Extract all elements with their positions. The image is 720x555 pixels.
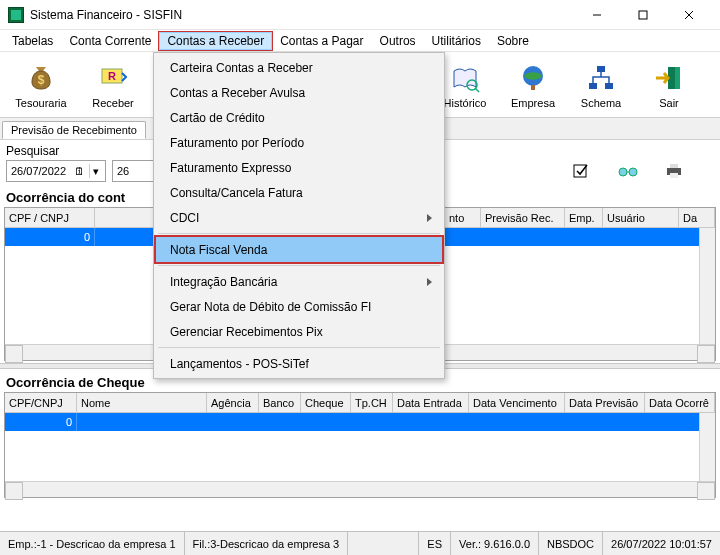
window-title: Sistema Financeiro - SISFIN [30,8,574,22]
menu-bar: Tabelas Conta Corrente Contas a Receber … [0,30,720,52]
printer-icon[interactable] [664,162,684,180]
date-from-input[interactable]: 26/07/2022 🗓 ▾ [6,160,106,182]
svg-rect-21 [670,164,678,168]
date-from-value: 26/07/2022 [11,165,66,177]
col2-data-entrada[interactable]: Data Entrada [393,393,469,413]
title-bar: Sistema Financeiro - SISFIN [0,0,720,30]
toolbar-label: Sair [659,97,679,109]
toolbar-receber[interactable]: R Receber [78,61,148,109]
minimize-button[interactable] [574,0,620,30]
app-icon [8,7,24,23]
close-button[interactable] [666,0,712,30]
svg-rect-13 [605,83,613,89]
menu-sobre[interactable]: Sobre [489,32,537,50]
menu-item-lancamentos-pos[interactable]: Lançamentos - POS-SiTef [156,351,442,376]
exit-icon [652,61,686,95]
col-da[interactable]: Da [679,208,715,228]
calendar-icon: 🗓 [74,165,85,177]
menu-item-consulta-cancela[interactable]: Consulta/Cancela Fatura [156,180,442,205]
status-bar: Emp.:-1 - Descricao da empresa 1 Fil.:3-… [0,531,720,555]
money-bag-icon: $ [24,61,58,95]
toolbar-tesouraria[interactable]: $ Tesouraria [6,61,76,109]
chevron-down-icon[interactable]: ▾ [89,164,101,178]
status-es: ES [419,532,451,555]
menu-separator [158,233,440,234]
menu-item-avulsa[interactable]: Contas a Receber Avulsa [156,80,442,105]
menu-conta-corrente[interactable]: Conta Corrente [61,32,159,50]
status-timestamp: 26/07/2022 10:01:57 [603,532,720,555]
menu-utilitarios[interactable]: Utilitários [424,32,489,50]
toolbar-empresa[interactable]: Empresa [500,61,566,109]
status-fil: Fil.:3-Descricao da empresa 3 [185,532,349,555]
maximize-button[interactable] [620,0,666,30]
svg-rect-1 [639,11,647,19]
toolbar-schema[interactable]: Schema [568,61,634,109]
menu-item-faturamento-expresso[interactable]: Faturamento Expresso [156,155,442,180]
col2-tpch[interactable]: Tp.CH [351,393,393,413]
col2-cheque[interactable]: Cheque [301,393,351,413]
toolbar-label: Tesouraria [15,97,66,109]
col-emp[interactable]: Emp. [565,208,603,228]
svg-rect-10 [531,85,535,90]
date-to-value: 26 [117,165,129,177]
toolbar-label: Schema [581,97,621,109]
menu-item-integracao-bancaria[interactable]: Integração Bancária [156,269,442,294]
menu-contas-a-receber[interactable]: Contas a Receber [159,32,272,50]
svg-rect-12 [589,83,597,89]
date-to-input[interactable]: 26 [112,160,158,182]
menu-item-carteira[interactable]: Carteira Contas a Receber [156,55,442,80]
svg-text:$: $ [38,73,45,87]
menu-item-nota-fiscal-venda[interactable]: Nota Fiscal Venda [155,236,443,263]
table-row[interactable]: 0 [5,413,715,431]
cell-cpf: 0 [5,228,95,246]
scrollbar-horizontal[interactable] [5,481,715,497]
col-cpf-cnpj[interactable]: CPF / CNPJ [5,208,95,228]
menu-item-faturamento-periodo[interactable]: Faturamento por Período [156,130,442,155]
toolbar-label: Empresa [511,97,555,109]
scrollbar-vertical[interactable] [699,228,715,344]
col2-data-prev[interactable]: Data Previsão [565,393,645,413]
status-emp: Emp.:-1 - Descricao da empresa 1 [0,532,185,555]
col-usuario[interactable]: Usuário [603,208,679,228]
svg-rect-16 [574,165,586,177]
toolbar-label: Histórico [444,97,487,109]
check-icon[interactable] [572,162,592,180]
tab-previsao-recebimento[interactable]: Previsão de Recebimento [2,121,146,139]
menu-item-cdci[interactable]: CDCI [156,205,442,230]
menu-dropdown-contas-a-receber: Carteira Contas a Receber Contas a Receb… [153,52,445,379]
grid-ocorrencia-cheque: CPF/CNPJ Nome Agência Banco Cheque Tp.CH… [4,392,716,498]
col2-banco[interactable]: Banco [259,393,301,413]
col2-cpf[interactable]: CPF/CNPJ [5,393,77,413]
svg-text:R: R [108,70,116,82]
toolbar-sair[interactable]: Sair [636,61,702,109]
hierarchy-icon [584,61,618,95]
toolbar-label: Receber [92,97,134,109]
svg-line-8 [475,88,479,92]
menu-separator [158,265,440,266]
col2-nome[interactable]: Nome [77,393,207,413]
menu-tabelas[interactable]: Tabelas [4,32,61,50]
cell2-cpf: 0 [5,413,77,431]
col2-data-ocor[interactable]: Data Ocorrê [645,393,715,413]
glasses-icon[interactable] [618,162,638,180]
col-nto[interactable]: nto [445,208,481,228]
menu-contas-a-pagar[interactable]: Contas a Pagar [272,32,371,50]
grid2-header: CPF/CNPJ Nome Agência Banco Cheque Tp.CH… [5,393,715,413]
svg-point-18 [629,168,637,176]
status-ver: Ver.: 9.616.0.0 [451,532,539,555]
col-previsao-rec[interactable]: Previsão Rec. [481,208,565,228]
grid2-body[interactable]: 0 [5,413,715,481]
menu-item-gerenciar-pix[interactable]: Gerenciar Recebimentos Pix [156,319,442,344]
globe-icon [516,61,550,95]
svg-rect-22 [670,173,678,178]
menu-item-gerar-nota-debito[interactable]: Gerar Nota de Débito de Comissão FI [156,294,442,319]
menu-separator [158,347,440,348]
menu-outros[interactable]: Outros [372,32,424,50]
col2-agencia[interactable]: Agência [207,393,259,413]
col2-data-venc[interactable]: Data Vencimento [469,393,565,413]
receive-icon: R [96,61,130,95]
menu-item-cartao-credito[interactable]: Cartão de Crédito [156,105,442,130]
scrollbar-vertical[interactable] [699,413,715,481]
status-db: NBSDOC [539,532,603,555]
svg-rect-11 [597,66,605,72]
